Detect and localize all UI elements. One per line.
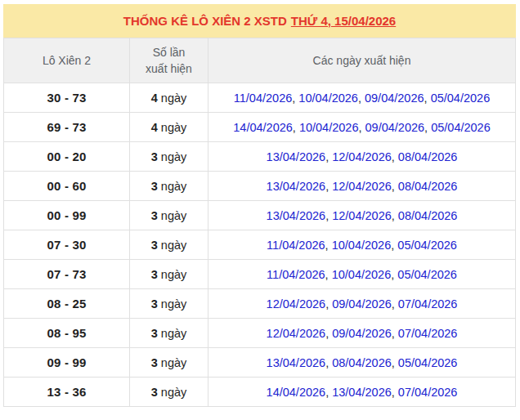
dates-cell: 11/04/2026, 10/04/2026, 09/04/2026, 05/0… xyxy=(208,83,516,113)
table-row: 07 - 303 ngày11/04/2026, 10/04/2026, 05/… xyxy=(4,230,516,260)
count-cell: 3 ngày xyxy=(130,319,208,348)
date-link[interactable]: 12/04/2026 xyxy=(267,297,326,311)
pair-cell: 00 - 20 xyxy=(4,142,130,172)
date-link[interactable]: 10/04/2026 xyxy=(332,239,392,252)
count-unit: ngày xyxy=(161,180,186,193)
count-number: 3 xyxy=(151,268,158,281)
count-cell: 3 ngày xyxy=(130,230,208,260)
date-link[interactable]: 08/04/2026 xyxy=(398,150,458,163)
date-link[interactable]: 07/04/2026 xyxy=(398,297,458,311)
date-link[interactable]: 10/04/2026 xyxy=(298,92,358,105)
table-row: 09 - 993 ngày13/04/2026, 08/04/2026, 05/… xyxy=(4,348,516,378)
count-unit: ngày xyxy=(161,386,186,399)
date-link[interactable]: 13/04/2026 xyxy=(267,209,326,222)
date-separator: , xyxy=(325,180,332,193)
date-link[interactable]: 05/04/2026 xyxy=(431,121,491,134)
count-number: 3 xyxy=(151,180,158,193)
dates-cell: 12/04/2026, 09/04/2026, 07/04/2026 xyxy=(208,289,516,319)
date-link[interactable]: 05/04/2026 xyxy=(397,239,457,252)
count-cell: 3 ngày xyxy=(130,260,208,289)
count-number: 3 xyxy=(151,386,158,399)
dates-cell: 14/04/2026, 13/04/2026, 07/04/2026 xyxy=(208,378,516,407)
date-link[interactable]: 12/04/2026 xyxy=(332,209,392,222)
count-number: 3 xyxy=(151,297,158,311)
date-link[interactable]: 12/04/2026 xyxy=(332,150,392,163)
count-unit: ngày xyxy=(161,209,186,222)
stats-table: Lô Xiên 2 Số lần xuất hiện Các ngày xuất… xyxy=(3,38,516,407)
dates-cell: 11/04/2026, 10/04/2026, 05/04/2026 xyxy=(208,230,516,260)
count-cell: 4 ngày xyxy=(130,113,208,142)
count-unit: ngày xyxy=(161,239,186,252)
date-link[interactable]: 09/04/2026 xyxy=(365,121,425,134)
date-separator: , xyxy=(325,356,332,369)
date-link[interactable]: 09/04/2026 xyxy=(365,92,424,105)
date-separator: , xyxy=(325,268,332,281)
table-row: 00 - 603 ngày13/04/2026, 12/04/2026, 08/… xyxy=(4,172,516,201)
date-link[interactable]: 12/04/2026 xyxy=(267,327,326,340)
date-separator: , xyxy=(325,327,332,340)
table-row: 30 - 734 ngày11/04/2026, 10/04/2026, 09/… xyxy=(4,83,516,113)
date-link[interactable]: 08/04/2026 xyxy=(398,180,458,193)
col-header-dates: Các ngày xuất hiện xyxy=(208,38,516,83)
count-number: 4 xyxy=(151,121,158,134)
col-header-pair: Lô Xiên 2 xyxy=(4,38,130,83)
date-link[interactable]: 10/04/2026 xyxy=(332,268,392,281)
date-link[interactable]: 07/04/2026 xyxy=(398,386,458,399)
dates-cell: 13/04/2026, 12/04/2026, 08/04/2026 xyxy=(208,201,516,230)
count-unit: ngày xyxy=(161,356,186,369)
dates-cell: 12/04/2026, 09/04/2026, 07/04/2026 xyxy=(208,319,516,348)
dates-cell: 13/04/2026, 12/04/2026, 08/04/2026 xyxy=(208,172,516,201)
count-unit: ngày xyxy=(161,150,186,163)
date-separator: , xyxy=(325,297,332,311)
date-link[interactable]: 11/04/2026 xyxy=(267,268,325,281)
date-separator: , xyxy=(392,327,398,340)
pair-cell: 00 - 99 xyxy=(4,201,130,230)
date-separator: , xyxy=(358,92,365,105)
table-body: 30 - 734 ngày11/04/2026, 10/04/2026, 09/… xyxy=(4,83,516,407)
date-separator: , xyxy=(325,150,332,163)
page-title: THỐNG KÊ LÔ XIÊN 2 XSTD xyxy=(123,14,287,28)
date-link[interactable]: 09/04/2026 xyxy=(332,327,392,340)
date-link[interactable]: 11/04/2026 xyxy=(234,92,293,105)
date-link[interactable]: 14/04/2026 xyxy=(233,121,293,134)
date-separator: , xyxy=(424,92,431,105)
count-number: 4 xyxy=(151,92,158,105)
date-link[interactable]: 10/04/2026 xyxy=(299,121,359,134)
count-unit: ngày xyxy=(161,297,186,311)
date-separator: , xyxy=(392,209,398,222)
table-row: 69 - 734 ngày14/04/2026, 10/04/2026, 09/… xyxy=(4,113,516,142)
date-link[interactable]: 11/04/2026 xyxy=(267,239,325,252)
count-unit: ngày xyxy=(161,268,186,281)
date-link[interactable]: 05/04/2026 xyxy=(398,356,458,369)
pair-cell: 07 - 30 xyxy=(4,230,130,260)
date-separator: , xyxy=(392,386,398,399)
count-cell: 3 ngày xyxy=(130,142,208,172)
table-row: 08 - 953 ngày12/04/2026, 09/04/2026, 07/… xyxy=(4,319,516,348)
pair-cell: 00 - 60 xyxy=(4,172,130,201)
count-number: 3 xyxy=(151,327,158,340)
count-cell: 3 ngày xyxy=(130,201,208,230)
dates-cell: 13/04/2026, 12/04/2026, 08/04/2026 xyxy=(208,142,516,172)
date-separator: , xyxy=(392,356,398,369)
date-link[interactable]: 12/04/2026 xyxy=(332,180,392,193)
date-link[interactable]: 08/04/2026 xyxy=(332,356,392,369)
date-separator: , xyxy=(358,121,365,134)
date-link[interactable]: 14/04/2026 xyxy=(267,386,326,399)
table-header-row: Lô Xiên 2 Số lần xuất hiện Các ngày xuất… xyxy=(4,38,516,83)
date-link[interactable]: 09/04/2026 xyxy=(332,297,392,311)
pair-cell: 08 - 95 xyxy=(4,319,130,348)
date-link[interactable]: 08/04/2026 xyxy=(398,209,458,222)
date-link[interactable]: 13/04/2026 xyxy=(332,386,392,399)
table-row: 07 - 733 ngày11/04/2026, 10/04/2026, 05/… xyxy=(4,260,516,289)
date-separator: , xyxy=(392,180,398,193)
date-link[interactable]: 07/04/2026 xyxy=(398,327,458,340)
date-separator: , xyxy=(325,386,332,399)
date-link[interactable]: 13/04/2026 xyxy=(267,356,326,369)
pair-cell: 09 - 99 xyxy=(4,348,130,378)
date-link[interactable]: 13/04/2026 xyxy=(267,150,326,163)
dates-cell: 11/04/2026, 10/04/2026, 05/04/2026 xyxy=(208,260,516,289)
date-link[interactable]: 05/04/2026 xyxy=(397,268,457,281)
date-link[interactable]: 13/04/2026 xyxy=(267,180,326,193)
date-link[interactable]: 05/04/2026 xyxy=(431,92,491,105)
title-date-link[interactable]: THỨ 4, 15/04/2026 xyxy=(291,14,396,28)
